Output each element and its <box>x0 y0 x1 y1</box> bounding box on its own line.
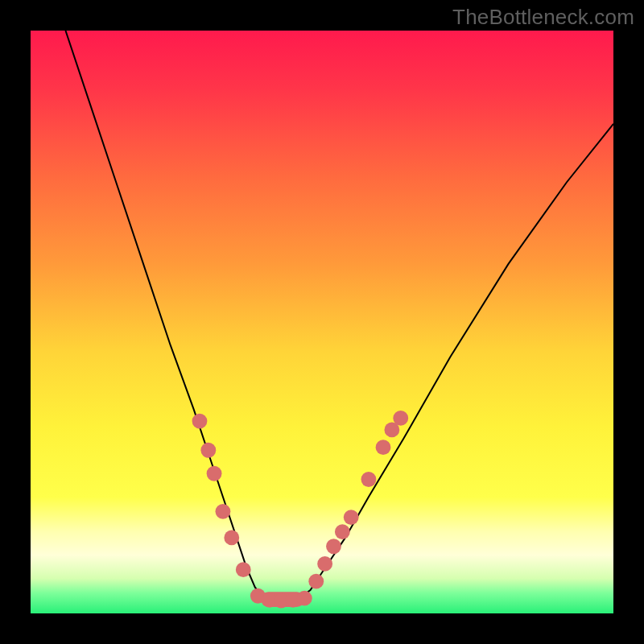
curve-marker <box>376 440 391 455</box>
outer-frame: TheBottleneck.com <box>0 0 644 644</box>
curve-marker <box>207 466 222 481</box>
curve-marker <box>224 530 239 545</box>
curve-markers <box>192 411 409 608</box>
curve-marker <box>393 411 408 426</box>
curve-layer <box>31 31 613 613</box>
curve-marker <box>236 562 251 577</box>
plot-area <box>31 31 613 613</box>
curve-marker <box>361 472 377 487</box>
bottleneck-curve <box>65 31 613 601</box>
curve-marker <box>297 591 312 606</box>
curve-marker <box>326 539 341 554</box>
watermark-text: TheBottleneck.com <box>452 5 634 30</box>
curve-marker <box>335 524 350 539</box>
curve-marker <box>216 504 231 519</box>
curve-marker <box>308 574 324 589</box>
curve-marker <box>192 414 208 429</box>
curve-marker <box>200 443 216 458</box>
curve-marker <box>317 556 332 572</box>
curve-marker <box>344 510 359 525</box>
